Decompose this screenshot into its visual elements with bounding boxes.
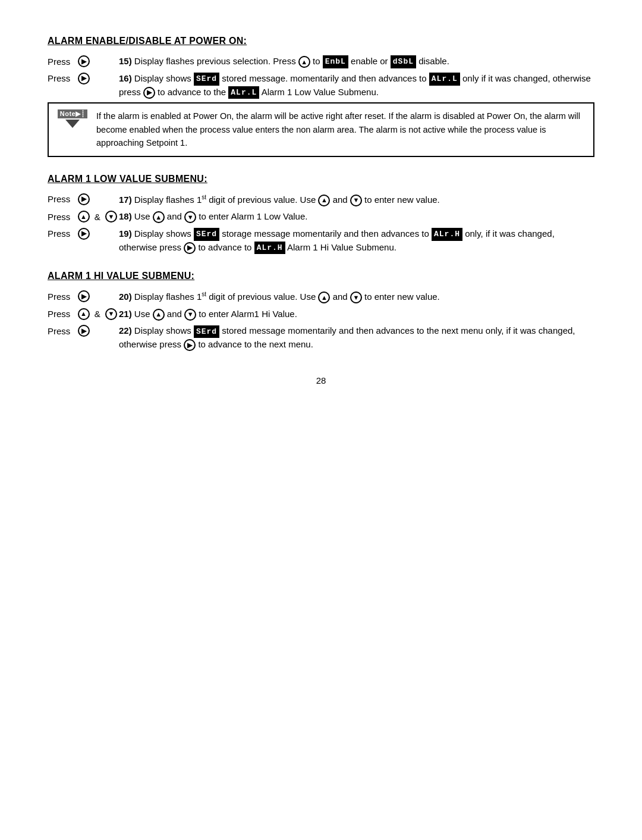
press-text-16: Press <box>48 73 70 83</box>
up-arrow-18: ▲ <box>153 211 165 223</box>
down-arrow-17: ▼ <box>350 195 362 206</box>
press-content-15: 15) Display flashes previous selection. … <box>119 55 594 68</box>
press-label-16: Press ▶ <box>48 72 119 84</box>
button-right-16: ▶ <box>78 73 90 84</box>
button-down-21: ▼ <box>105 308 117 320</box>
press-label-22: Press ▶ <box>48 324 119 337</box>
press-text-18: Press <box>48 212 70 222</box>
button-right-20: ▶ <box>78 290 90 302</box>
press-row-18: Press ▲ & ▼ 18) Use ▲ and ▼ to enter Ala… <box>48 210 594 224</box>
up-arrow-21: ▲ <box>153 309 165 321</box>
note-arrow <box>65 120 80 128</box>
section-title-alarm-1-low: ALARM 1 LOW VALUE SUBMENU: <box>48 174 594 184</box>
section-alarm-1-low: ALARM 1 LOW VALUE SUBMENU: Press ▶ 17) D… <box>48 174 594 255</box>
section-alarm-enable-disable: ALARM ENABLE/DISABLE AT POWER ON: Press … <box>48 36 594 157</box>
press-content-19: 19) Display shows SErd storage message m… <box>119 227 594 255</box>
section-title-alarm-enable: ALARM ENABLE/DISABLE AT POWER ON: <box>48 36 594 46</box>
press-row-16: Press ▶ 16) Display shows SErd stored me… <box>48 72 594 99</box>
press-content-22: 22) Display shows SErd stored message mo… <box>119 324 594 351</box>
lcd-serd-19: SErd <box>194 228 219 241</box>
note-box-alarm-enable: Note▶┊ If the alarm is enabled at Power … <box>48 102 594 156</box>
press-label-20: Press ▶ <box>48 290 119 302</box>
up-arrow-15: ▲ <box>298 56 310 68</box>
press-row-15: Press ▶ 15) Display flashes previous sel… <box>48 55 594 68</box>
section-title-alarm-1-hi: ALARM 1 HI VALUE SUBMENU: <box>48 271 594 281</box>
press-label-18: Press ▲ & ▼ <box>48 210 119 222</box>
press-row-17: Press ▶ 17) Display flashes 1st digit of… <box>48 193 594 207</box>
down-arrow-18: ▼ <box>184 211 196 223</box>
press-content-21: 21) Use ▲ and ▼ to enter Alarm1 Hi Value… <box>119 308 594 321</box>
press-text-17: Press <box>48 194 70 204</box>
lcd-serd-16: SErd <box>194 73 219 86</box>
press-label-17: Press ▶ <box>48 193 119 205</box>
lcd-alrl-16b: ALr.L <box>228 86 259 99</box>
lcd-alrh-19a: ALr.H <box>432 228 462 241</box>
button-right-22b: ▶ <box>184 339 196 351</box>
press-content-17: 17) Display flashes 1st digit of previou… <box>119 193 594 207</box>
button-right-19b: ▶ <box>184 242 196 254</box>
note-text-alarm-enable: If the alarm is enabled at Power On, the… <box>96 109 585 149</box>
lcd-alrh-19b: ALr.H <box>254 242 285 255</box>
up-arrow-17: ▲ <box>318 195 330 206</box>
press-label-19: Press ▶ <box>48 227 119 240</box>
button-right-19: ▶ <box>78 228 90 240</box>
press-row-22: Press ▶ 22) Display shows SErd stored me… <box>48 324 594 351</box>
press-content-18: 18) Use ▲ and ▼ to enter Alarm 1 Low Val… <box>119 210 594 224</box>
press-text-19: Press <box>48 228 70 239</box>
button-down-18: ▼ <box>105 211 117 222</box>
press-text-22: Press <box>48 326 70 336</box>
press-text-21: Press <box>48 309 70 319</box>
button-right-22: ▶ <box>78 325 90 337</box>
press-row-21: Press ▲ & ▼ 21) Use ▲ and ▼ to enter Ala… <box>48 308 594 321</box>
section-alarm-1-hi: ALARM 1 HI VALUE SUBMENU: Press ▶ 20) Di… <box>48 271 594 351</box>
lcd-serd-22: SErd <box>194 325 219 338</box>
lcd-enbl: EnbL <box>323 55 348 68</box>
button-right-15: ▶ <box>78 55 90 67</box>
button-right-17: ▶ <box>78 193 90 205</box>
press-label-15: Press ▶ <box>48 55 119 67</box>
page-number: 28 <box>48 375 594 385</box>
note-label: Note▶┊ <box>57 109 88 128</box>
press-text-15: Press <box>48 57 70 67</box>
note-label-text: Note▶┊ <box>58 109 87 118</box>
button-right-16b: ▶ <box>143 87 155 99</box>
down-arrow-20: ▼ <box>350 292 362 303</box>
button-up-18: ▲ <box>78 211 90 222</box>
press-row-20: Press ▶ 20) Display flashes 1st digit of… <box>48 290 594 304</box>
up-arrow-20: ▲ <box>318 292 330 303</box>
down-arrow-21: ▼ <box>184 309 196 321</box>
press-text-20: Press <box>48 292 70 302</box>
lcd-dsbl: dSbL <box>391 55 416 68</box>
button-up-21: ▲ <box>78 308 90 320</box>
press-label-21: Press ▲ & ▼ <box>48 308 119 320</box>
lcd-alrl-16a: ALr.L <box>429 73 460 86</box>
press-content-20: 20) Display flashes 1st digit of previou… <box>119 290 594 304</box>
press-content-16: 16) Display shows SErd stored message. m… <box>119 72 594 99</box>
press-row-19: Press ▶ 19) Display shows SErd storage m… <box>48 227 594 255</box>
